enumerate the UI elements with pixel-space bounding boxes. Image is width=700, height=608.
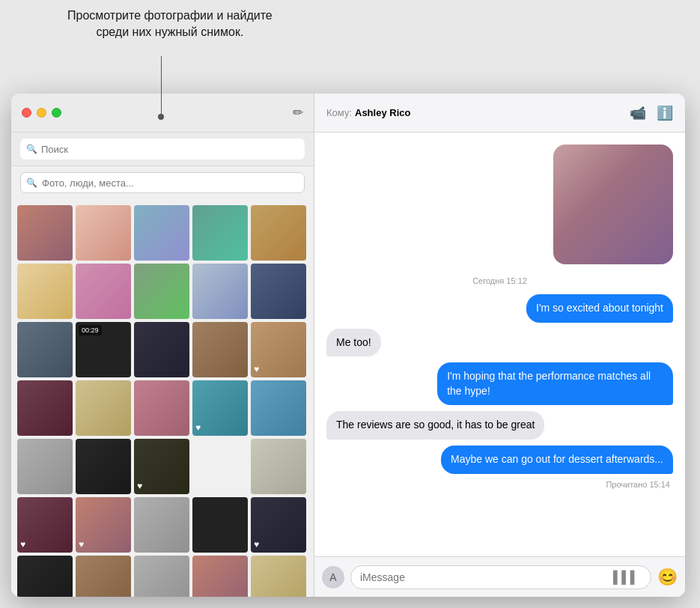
heart-icon: ♥ bbox=[79, 539, 84, 550]
traffic-lights bbox=[22, 108, 61, 118]
app-store-letter: A bbox=[329, 571, 336, 583]
photo-thumbnail[interactable]: ♥ bbox=[251, 322, 306, 377]
photo-thumbnail[interactable]: ♥ bbox=[192, 380, 248, 436]
photo-thumbnail[interactable] bbox=[192, 497, 248, 553]
message-row: The reviews are so good, it has to be gr… bbox=[326, 411, 673, 440]
photo-thumbnail[interactable]: ♥ bbox=[134, 439, 189, 494]
read-receipt: Прочитано 15:14 bbox=[326, 480, 673, 489]
photo-thumbnail[interactable] bbox=[192, 322, 248, 377]
search-icon: 🔍 bbox=[26, 144, 37, 154]
messages-titlebar: Кому: Ashley Rico 📹 ℹ️ bbox=[314, 94, 685, 133]
message-bubble: I'm hoping that the performance matches … bbox=[437, 362, 673, 405]
messages-area: Сегодня 15:12 I'm so excited about tonig… bbox=[314, 133, 685, 556]
photo-thumbnail[interactable]: ♥ bbox=[76, 497, 131, 553]
photo-thumbnail[interactable] bbox=[17, 322, 73, 377]
message-input[interactable] bbox=[360, 571, 613, 583]
photo-row bbox=[17, 556, 308, 597]
photo-thumbnail[interactable] bbox=[17, 205, 73, 261]
photo-row bbox=[17, 264, 308, 319]
message-bubble: Maybe we can go out for dessert afterwar… bbox=[441, 446, 673, 474]
photo-thumbnail[interactable]: ♥ bbox=[17, 497, 73, 553]
photo-row: ♥ bbox=[17, 380, 308, 436]
left-titlebar: ✏ bbox=[11, 94, 314, 133]
fullscreen-button[interactable] bbox=[52, 108, 61, 118]
heart-icon: ♥ bbox=[137, 481, 142, 491]
photos-search-icon: 🔍 bbox=[26, 177, 37, 188]
photos-search-input[interactable] bbox=[20, 172, 305, 193]
photo-row: ♥ bbox=[17, 439, 308, 494]
minimize-button[interactable] bbox=[37, 108, 46, 118]
compose-icon[interactable]: ✏ bbox=[293, 105, 303, 121]
message-bubble: Me too! bbox=[326, 329, 381, 357]
main-window: ✏ 🔍 🔍 00:29♥♥♥♥♥♥ Кому: Ashley Rico � bbox=[11, 94, 685, 597]
photo-thumbnail[interactable] bbox=[134, 380, 189, 436]
titlebar-icons: 📹 ℹ️ bbox=[630, 105, 673, 121]
heart-icon: ♥ bbox=[254, 539, 259, 550]
sent-photo-preview bbox=[553, 145, 673, 264]
message-row: I'm so excited about tonight bbox=[326, 294, 673, 323]
search-input[interactable] bbox=[20, 139, 305, 159]
contact-name: Ashley Rico bbox=[355, 107, 410, 118]
photos-search-bar: 🔍 bbox=[11, 166, 314, 199]
photo-thumbnail[interactable] bbox=[17, 556, 73, 597]
photos-panel: ✏ 🔍 🔍 00:29♥♥♥♥♥♥ bbox=[11, 94, 314, 597]
photo-row: ♥♥♥ bbox=[17, 497, 308, 553]
message-timestamp: Сегодня 15:12 bbox=[326, 276, 673, 285]
photo-thumbnail[interactable] bbox=[76, 264, 131, 319]
message-row: Maybe we can go out for dessert afterwar… bbox=[326, 446, 673, 474]
photo-row: 00:29♥ bbox=[17, 322, 308, 377]
message-bubble: I'm so excited about tonight bbox=[526, 294, 673, 323]
photo-thumbnail[interactable] bbox=[192, 264, 248, 319]
photo-row bbox=[17, 205, 308, 261]
photo-thumbnail[interactable] bbox=[134, 497, 189, 553]
photo-thumbnail[interactable] bbox=[134, 205, 189, 261]
message-bubble: The reviews are so good, it has to be gr… bbox=[326, 411, 544, 440]
heart-icon: ♥ bbox=[195, 422, 201, 433]
message-row: I'm hoping that the performance matches … bbox=[326, 362, 673, 405]
photo-thumbnail[interactable] bbox=[76, 205, 131, 261]
photo-thumbnail[interactable]: ♥ bbox=[251, 497, 306, 553]
photo-thumbnail[interactable] bbox=[251, 439, 306, 494]
photo-thumbnail[interactable] bbox=[192, 556, 248, 597]
heart-icon: ♥ bbox=[254, 364, 259, 374]
photo-thumbnail[interactable] bbox=[17, 264, 73, 319]
info-icon[interactable]: ℹ️ bbox=[657, 105, 673, 121]
photo-thumbnail[interactable] bbox=[17, 439, 73, 494]
photo-thumbnail[interactable] bbox=[134, 556, 189, 597]
annotation-text: Просмотрите фотографии и найдите среди н… bbox=[67, 7, 273, 41]
photo-thumbnail[interactable] bbox=[192, 205, 248, 261]
message-row: Me too! bbox=[326, 329, 673, 357]
video-duration-badge: 00:29 bbox=[79, 325, 102, 335]
app-store-icon[interactable]: A bbox=[322, 566, 344, 589]
photo-thumbnail[interactable] bbox=[76, 556, 131, 597]
emoji-icon[interactable]: 😊 bbox=[657, 568, 678, 587]
close-button[interactable] bbox=[22, 108, 31, 118]
heart-icon: ♥ bbox=[20, 539, 25, 550]
input-bar: A ▌▌▌ 😊 bbox=[314, 556, 685, 597]
photo-thumbnail[interactable] bbox=[251, 205, 306, 261]
message-input-wrapper: ▌▌▌ bbox=[350, 565, 651, 589]
photo-thumbnail[interactable] bbox=[251, 264, 306, 319]
photo-thumbnail[interactable] bbox=[76, 439, 131, 494]
photo-thumbnail[interactable] bbox=[251, 380, 306, 436]
to-label: Кому: bbox=[326, 107, 352, 118]
photo-grid: 00:29♥♥♥♥♥♥ bbox=[11, 199, 314, 597]
photo-thumbnail[interactable] bbox=[17, 380, 73, 436]
photo-thumbnail[interactable] bbox=[134, 322, 189, 377]
messages-panel: Кому: Ashley Rico 📹 ℹ️ Сегодня 15:12 I'm… bbox=[314, 94, 685, 597]
messages-search-bar: 🔍 bbox=[11, 133, 314, 166]
photo-thumbnail[interactable] bbox=[76, 380, 131, 436]
audio-icon[interactable]: ▌▌▌ bbox=[613, 571, 639, 584]
photo-thumbnail[interactable] bbox=[134, 264, 189, 319]
photo-thumbnail[interactable] bbox=[192, 439, 248, 494]
photo-thumbnail[interactable]: 00:29 bbox=[76, 322, 131, 377]
video-call-icon[interactable]: 📹 bbox=[630, 105, 646, 121]
photo-thumbnail[interactable] bbox=[251, 556, 306, 597]
